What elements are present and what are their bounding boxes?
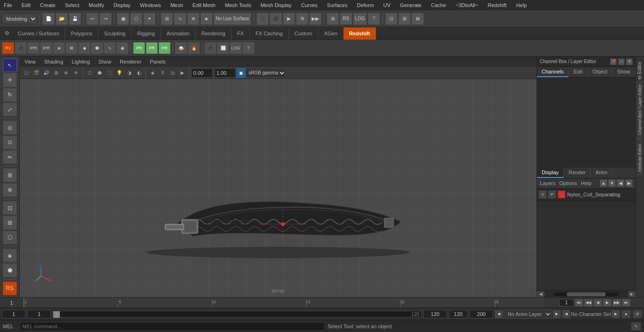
rs-prtool-2[interactable]: PR <box>146 42 158 54</box>
rs-btn[interactable]: RS <box>340 13 352 25</box>
rs-prtool-3[interactable]: PR <box>158 42 171 54</box>
vp-snap-btn[interactable]: ⊕ <box>61 68 71 78</box>
anim-layer-select[interactable]: No Anim Layer <box>504 309 552 319</box>
menu-3dto-all[interactable]: ~3DtoAll~ <box>454 1 480 9</box>
gamma-select[interactable]: sRGB gamma <box>246 68 286 78</box>
rs-help[interactable]: ? <box>242 42 255 54</box>
render-seq-btn[interactable]: ▶▶ <box>309 13 322 25</box>
pin-btn[interactable]: 📌 <box>610 58 617 65</box>
close-right-btn[interactable]: ✕ <box>626 58 633 65</box>
component-display[interactable]: ⊞ <box>3 216 17 229</box>
menu-mesh[interactable]: Mesh <box>168 1 185 9</box>
rs-render-1[interactable]: 🍛 <box>175 42 187 54</box>
command-input[interactable] <box>20 322 325 331</box>
anim-range-start[interactable] <box>449 310 468 318</box>
workspace-select[interactable]: Modeling <box>2 14 37 24</box>
select-by-type-btn[interactable]: ▣ <box>117 13 129 25</box>
vp-menu-renderer[interactable]: Renderer <box>118 58 143 65</box>
rs-node-1[interactable]: ⬛ <box>204 42 216 54</box>
snap-grid-btn[interactable]: ⊞ <box>161 13 173 25</box>
snap-surface-btn[interactable]: ◈ <box>200 13 213 25</box>
current-frame-input[interactable]: 1 <box>27 310 51 318</box>
rs-tool-2[interactable]: ⬛ <box>15 42 27 54</box>
cb-tab-object[interactable]: Object <box>587 67 612 77</box>
mode-settings-icon[interactable]: ⚙ <box>2 28 12 38</box>
rotate-tool[interactable]: ↻ <box>3 88 17 102</box>
vp-menu-show[interactable]: Show <box>97 58 114 65</box>
cycle-btn[interactable]: ↺ <box>633 310 642 318</box>
right-tab-render[interactable]: Render <box>564 168 591 178</box>
right-tab-display[interactable]: Display <box>537 168 564 178</box>
vp-film-btn[interactable]: 🎬 <box>32 68 41 78</box>
xform-btn[interactable]: ⊞ <box>327 13 339 25</box>
vp-wireframe-btn[interactable]: ⬡ <box>85 68 94 78</box>
cb-tab-edit[interactable]: Edit <box>569 67 587 77</box>
vp-xray2-btn[interactable]: ◎ <box>168 68 177 78</box>
log-btn[interactable]: LOG <box>353 13 367 25</box>
anim-layer-prev[interactable]: ◀ <box>495 310 503 318</box>
layers-menu-layers[interactable]: Layers <box>540 180 555 186</box>
tab-rigging[interactable]: Rigging <box>132 27 161 40</box>
step-fwd-btn[interactable]: ▶▶ <box>612 299 621 307</box>
move-tool[interactable]: ✛ <box>3 73 17 87</box>
go-end-btn[interactable]: ⏭ <box>622 299 630 307</box>
play-back-btn[interactable]: ◀ <box>594 299 602 307</box>
tab-polygons[interactable]: Polygons <box>65 27 98 40</box>
menu-deform[interactable]: Deform <box>355 1 376 9</box>
redo-btn[interactable]: ↪ <box>99 13 112 25</box>
camera-btn[interactable]: 🎥 <box>256 13 269 25</box>
menu-mesh-display[interactable]: Mesh Display <box>259 1 294 9</box>
tab-rendering[interactable]: Rendering <box>196 27 231 40</box>
lasso-select-btn[interactable]: ⬡ <box>130 13 142 25</box>
xray-btn[interactable]: ◈ <box>3 249 17 262</box>
cb-tab-show[interactable]: Show <box>612 67 636 77</box>
soft-mod-tool[interactable]: ◎ <box>3 121 17 134</box>
tab-fx[interactable]: FX <box>231 27 250 40</box>
vp-ssao-btn[interactable]: ◐ <box>134 68 144 78</box>
layout-1[interactable]: ⊡ <box>385 13 397 25</box>
redshift-icon[interactable]: RS <box>3 282 17 295</box>
no-live-btn[interactable]: No Live Surface <box>214 13 251 25</box>
menu-mesh-tools[interactable]: Mesh Tools <box>223 1 253 9</box>
select-tool[interactable]: ↖ <box>3 58 17 72</box>
vp-light-btn[interactable]: 💡 <box>115 68 124 78</box>
tab-redshift[interactable]: Redshift <box>344 27 376 40</box>
cmd-script-editor-btn[interactable]: ✎ <box>631 322 641 331</box>
vp-menu-panels[interactable]: Panels <box>148 58 168 65</box>
menu-help[interactable]: Help <box>514 1 529 9</box>
vp-gamma-preview[interactable]: ▣ <box>236 68 246 78</box>
snap-point-btn[interactable]: ⊕ <box>187 13 199 25</box>
autokey-btn[interactable]: ● <box>621 310 631 318</box>
layout-mode-btn[interactable]: ⊡ <box>3 201 17 215</box>
tab-xgen[interactable]: XGen <box>318 27 343 40</box>
frame-slider[interactable]: 120 <box>53 311 421 317</box>
layout-2[interactable]: ⊞ <box>398 13 411 25</box>
tab-fx-caching[interactable]: FX Caching <box>250 27 289 40</box>
vp-texture-btn[interactable]: ⬛ <box>105 68 114 78</box>
new-scene-btn[interactable]: 📄 <box>42 13 55 25</box>
paint-select-btn[interactable]: ✦ <box>143 13 156 25</box>
tab-sculpting[interactable]: Sculpting <box>99 27 132 40</box>
layers-menu-options[interactable]: Options <box>559 180 577 186</box>
rs-tool-6[interactable]: ⊠ <box>66 42 78 54</box>
tab-curves-surfaces[interactable]: Curves / Surfaces <box>12 27 65 40</box>
undo-btn[interactable]: ↩ <box>86 13 99 25</box>
layer-color-swatch[interactable] <box>558 191 565 198</box>
menu-windows[interactable]: Windows <box>138 1 163 9</box>
anim-range-end-input[interactable]: 200 <box>470 310 493 318</box>
layers-menu-help[interactable]: Help <box>581 180 592 186</box>
range-end-input[interactable]: 120 <box>423 310 447 318</box>
rs-node-log[interactable]: LOG <box>230 42 242 54</box>
vp-camera-btn[interactable]: 🎥 <box>22 68 31 78</box>
translate-x-input[interactable] <box>191 68 213 78</box>
anim-layer-next[interactable]: ▶ <box>553 310 561 318</box>
vp-iso-btn[interactable]: ◈ <box>148 68 157 78</box>
rs-tool-7[interactable]: ◆ <box>78 42 91 54</box>
rs-tool-3[interactable]: IPR <box>27 42 40 54</box>
rs-render-2[interactable]: 🔥 <box>188 42 200 54</box>
vp-smooth-btn[interactable]: ⬟ <box>95 68 104 78</box>
scrollbar-track[interactable] <box>554 292 619 296</box>
menu-redshift[interactable]: Redshift <box>486 1 508 9</box>
layout-3[interactable]: ⊠ <box>412 13 424 25</box>
frame-slider-thumb[interactable] <box>53 311 60 318</box>
